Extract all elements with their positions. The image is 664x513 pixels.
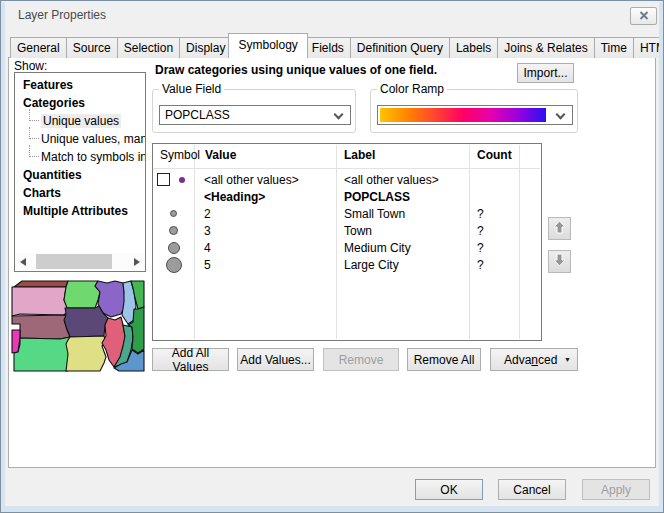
- arrow-down-icon: [553, 253, 566, 270]
- move-up-button[interactable]: [548, 217, 571, 240]
- tree-item-match-symbols[interactable]: Match to symbols in a: [15, 148, 145, 166]
- tree-item-quantities[interactable]: Quantities: [15, 166, 145, 184]
- tab-strip: General Source Selection Display Symbolo…: [10, 33, 664, 58]
- scrollbar-thumb[interactable]: [36, 254, 112, 269]
- tab-symbology[interactable]: Symbology: [228, 33, 307, 58]
- scroll-left-icon[interactable]: [20, 258, 26, 266]
- value-field-group: Value Field POPCLASS: [152, 89, 356, 133]
- advanced-button[interactable]: Advanced ▼: [490, 348, 578, 371]
- move-down-button[interactable]: [548, 250, 571, 273]
- color-ramp-group: Color Ramp: [370, 89, 578, 133]
- remove-all-button[interactable]: Remove All: [407, 348, 481, 371]
- table-row-value-4[interactable]: 4 Medium City ?: [153, 239, 541, 256]
- close-button[interactable]: [630, 7, 657, 25]
- tab-display[interactable]: Display: [179, 37, 232, 58]
- all-other-values-checkbox[interactable]: [157, 173, 170, 186]
- cancel-button[interactable]: Cancel: [498, 479, 566, 500]
- header-count: Count: [477, 148, 512, 162]
- point-symbol[interactable]: [166, 257, 182, 273]
- color-ramp-label: Color Ramp: [377, 82, 447, 96]
- map-preview: [11, 280, 145, 372]
- window-title: Layer Properties: [18, 8, 106, 22]
- table-row-all-other-values[interactable]: <all other values> <all other values>: [153, 171, 541, 188]
- value-field-selected: POPCLASS: [165, 108, 230, 122]
- scroll-right-icon[interactable]: [134, 258, 140, 266]
- renderer-description: Draw categories using unique values of o…: [155, 63, 437, 77]
- tab-html-popup[interactable]: HTML Popup: [633, 37, 664, 58]
- table-row-value-3[interactable]: 3 Town ?: [153, 222, 541, 239]
- point-symbol[interactable]: [168, 242, 180, 254]
- header-symbol: Symbol: [160, 148, 200, 162]
- chevron-down-icon: [556, 110, 566, 120]
- value-field-label: Value Field: [159, 82, 224, 96]
- layer-properties-dialog: Layer Properties General Source Selectio…: [0, 0, 664, 513]
- value-field-dropdown[interactable]: POPCLASS: [159, 105, 351, 125]
- table-row-value-2[interactable]: 2 Small Town ?: [153, 205, 541, 222]
- renderer-tree: Features Categories Unique values Unique…: [14, 72, 146, 272]
- arrow-up-icon: [553, 220, 566, 237]
- point-symbol[interactable]: [169, 226, 178, 235]
- tree-branch-line: [29, 145, 39, 157]
- tab-definition-query[interactable]: Definition Query: [350, 37, 450, 58]
- ok-button[interactable]: OK: [415, 479, 483, 500]
- add-values-button[interactable]: Add Values...: [237, 348, 314, 371]
- apply-button[interactable]: Apply: [582, 479, 650, 500]
- close-icon: [639, 9, 649, 23]
- add-all-values-button[interactable]: Add All Values: [152, 348, 229, 371]
- tab-labels[interactable]: Labels: [449, 37, 498, 58]
- tree-item-charts[interactable]: Charts: [15, 184, 145, 202]
- color-ramp-dropdown[interactable]: [377, 105, 573, 125]
- tab-selection[interactable]: Selection: [117, 37, 180, 58]
- all-other-values-symbol[interactable]: [179, 177, 185, 183]
- tree-horizontal-scrollbar[interactable]: [15, 253, 145, 270]
- tree-item-multiple-attributes[interactable]: Multiple Attributes: [15, 202, 145, 220]
- point-symbol[interactable]: [170, 210, 177, 217]
- tree-item-features[interactable]: Features: [15, 76, 145, 94]
- tree-branch-line: [29, 127, 39, 139]
- tab-source[interactable]: Source: [66, 37, 118, 58]
- categories-table: Symbol Value Label Count <all other valu…: [152, 143, 542, 341]
- triangle-down-icon: ▼: [564, 356, 571, 363]
- tab-joins-relates[interactable]: Joins & Relates: [497, 37, 594, 58]
- header-value: Value: [205, 148, 236, 162]
- show-label: Show:: [14, 59, 47, 73]
- table-row-heading[interactable]: <Heading> POPCLASS: [153, 188, 541, 205]
- import-button[interactable]: Import...: [517, 63, 574, 83]
- tab-time[interactable]: Time: [594, 37, 634, 58]
- table-row-value-5[interactable]: 5 Large City ?: [153, 256, 541, 273]
- header-label: Label: [344, 148, 375, 162]
- remove-button[interactable]: Remove: [323, 348, 399, 371]
- tab-fields[interactable]: Fields: [305, 37, 351, 58]
- color-ramp-gradient: [380, 108, 546, 122]
- chevron-down-icon: [334, 110, 344, 120]
- tab-general[interactable]: General: [10, 37, 67, 58]
- tree-branch-line: [29, 109, 39, 121]
